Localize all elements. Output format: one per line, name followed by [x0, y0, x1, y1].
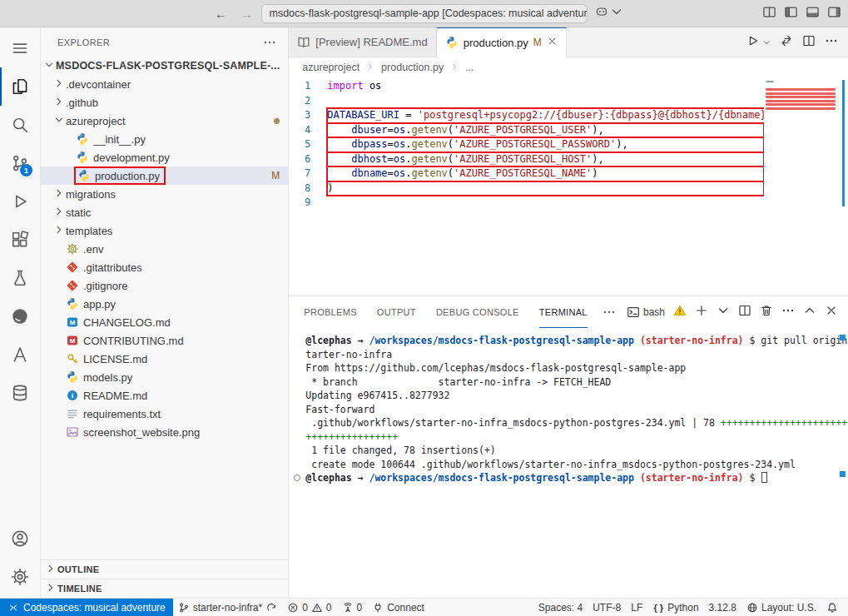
overview-ruler-modified-decoration: [842, 80, 846, 206]
tree-item-.gitattributes[interactable]: .gitattributes: [41, 258, 288, 276]
tree-item-migrations[interactable]: migrations: [41, 185, 288, 203]
command-center[interactable]: msdocs-flask-postgresql-sample-app [Code…: [261, 4, 588, 23]
svg-text:M: M: [70, 337, 76, 345]
tree-item-.env[interactable]: .env: [41, 240, 288, 258]
tree-item-templates[interactable]: templates: [41, 221, 288, 240]
dropdown-icon[interactable]: [610, 5, 623, 22]
tree-item-requirements.txt[interactable]: requirements.txt: [41, 405, 288, 423]
tree-item-development.py[interactable]: development.py: [41, 148, 288, 166]
line-number: 2: [289, 94, 327, 109]
tree-item-.gitignore[interactable]: .gitignore: [41, 276, 288, 295]
panel-tabs-more-icon[interactable]: [603, 306, 616, 319]
history-back-icon[interactable]: ←: [215, 7, 227, 21]
toggle-secondary-sidebar-button[interactable]: [827, 5, 841, 22]
tree-item-msdocs-flask-postgresql-sample-...[interactable]: MSDOCS-FLASK-POSTGRESQL-SAMPLE-...: [41, 57, 288, 75]
tree-item-models.py[interactable]: models.py: [41, 368, 288, 386]
activity-item-database[interactable]: [0, 374, 40, 412]
panel-tab-problems[interactable]: PROBLEMS: [304, 296, 357, 328]
status-remote[interactable]: Codespaces: musical adventure: [0, 599, 173, 616]
copilot-icon[interactable]: [595, 5, 608, 22]
chevron-up-button[interactable]: [803, 304, 816, 320]
breadcrumb-item[interactable]: ...: [465, 62, 474, 73]
status-connect[interactable]: Connect: [367, 599, 429, 616]
dropdown-button[interactable]: [717, 304, 730, 320]
split-editor-button[interactable]: [738, 304, 751, 320]
tree-item-label: .github: [66, 97, 98, 109]
minimap[interactable]: [764, 77, 837, 296]
tree-item-readme.md[interactable]: iREADME.md: [41, 386, 288, 405]
plus-button[interactable]: [695, 304, 708, 320]
split-editor-button[interactable]: [802, 34, 816, 51]
command-decoration[interactable]: [294, 474, 300, 481]
more-actions-button[interactable]: [781, 304, 795, 320]
status-ports[interactable]: 0: [337, 599, 368, 616]
editor-tab-production.py[interactable]: production.pyM: [437, 27, 567, 57]
compare-button[interactable]: [780, 34, 793, 51]
activity-item-extensions[interactable]: [0, 221, 40, 259]
activity-item-explorer[interactable]: [0, 67, 40, 106]
tab-close-button[interactable]: [547, 36, 558, 49]
trash-button[interactable]: [760, 304, 773, 320]
status-keyboard-layout[interactable]: Layout: U.S.: [741, 599, 821, 616]
status-interpreter[interactable]: 3.12.8: [704, 599, 741, 616]
tree-item-app.py[interactable]: app.py: [41, 295, 288, 313]
tree-item-label: CHANGELOG.md: [83, 316, 171, 329]
code-line-8: 8): [289, 181, 764, 196]
status-indentation[interactable]: Spaces: 4: [533, 599, 588, 616]
history-forward-icon[interactable]: →: [241, 7, 253, 21]
toggle-panel-button[interactable]: [806, 5, 820, 22]
tree-item-contributing.md[interactable]: MCONTRIBUTING.md: [41, 331, 288, 350]
image-icon: [66, 425, 79, 439]
activity-item-github[interactable]: [0, 297, 40, 335]
layout-columns-button[interactable]: [762, 5, 776, 22]
tree-item-.devcontainer[interactable]: .devcontainer: [41, 75, 288, 93]
section-outline[interactable]: OUTLINE: [41, 559, 288, 579]
chevron-right-icon: [52, 205, 66, 221]
tree-item-screenshot-website.png[interactable]: screenshot_website.png: [41, 423, 288, 441]
status-encoding[interactable]: UTF-8: [588, 599, 626, 616]
tree-item-.github[interactable]: .github: [41, 93, 288, 112]
editor-tab-preview-readme.md[interactable]: [Preview] README.md: [289, 27, 436, 57]
activity-item-testing[interactable]: [0, 259, 40, 297]
status-notifications[interactable]: [821, 599, 843, 616]
status-problems[interactable]: 00: [282, 599, 336, 616]
dropdown-icon: [717, 304, 730, 317]
panel-tab-debug-console[interactable]: DEBUG CONSOLE: [436, 296, 519, 328]
more-actions-button[interactable]: [825, 34, 838, 51]
activity-item-account[interactable]: [0, 519, 40, 558]
toggle-sidebar-button[interactable]: [784, 5, 798, 22]
tree-item-production.py[interactable]: production.pyM: [41, 166, 288, 185]
panel-tab-output[interactable]: OUTPUT: [377, 296, 416, 328]
activity-item-settings[interactable]: [0, 558, 40, 596]
tab-label: [Preview] README.md: [315, 36, 427, 48]
warning-button[interactable]: [673, 304, 687, 320]
tree-item-static[interactable]: static: [41, 203, 288, 221]
panel-tab-terminal[interactable]: TERMINAL: [539, 296, 588, 328]
status-language[interactable]: { }Python: [647, 599, 703, 616]
explorer-more-actions-icon[interactable]: [263, 36, 276, 49]
run-python-button[interactable]: [746, 34, 759, 51]
activity-item-menu[interactable]: [0, 29, 40, 67]
dropdown-button[interactable]: [768, 35, 771, 50]
activity-item-source-control[interactable]: 1: [0, 144, 40, 182]
tree-item-azureproject[interactable]: azureproject: [41, 112, 288, 130]
activity-item-azure[interactable]: [0, 335, 40, 374]
breadcrumb-item[interactable]: azureproject: [302, 62, 360, 73]
activity-item-search[interactable]: [0, 106, 40, 144]
code-editor[interactable]: 1import os23DATABASE_URI = 'postgresql+p…: [289, 77, 848, 296]
terminal[interactable]: @lcephas → /workspaces/msdocs-flask-post…: [289, 328, 848, 598]
tree-item-init-.py[interactable]: __init__.py: [41, 130, 288, 148]
status-problems-label: 0: [302, 602, 308, 614]
status-eol[interactable]: LF: [626, 599, 647, 616]
explorer-header: EXPLORER: [41, 27, 288, 57]
tree-item-license.md[interactable]: LICENSE.md: [41, 350, 288, 368]
terminal-instance-label[interactable]: bash: [627, 306, 665, 319]
minimap-line: [766, 103, 836, 106]
tree-item-changelog.md[interactable]: MCHANGELOG.md: [41, 313, 288, 331]
breadcrumb-item[interactable]: production.py: [381, 62, 444, 73]
activity-item-run-debug[interactable]: [0, 182, 40, 221]
section-timeline[interactable]: TIMELINE: [41, 579, 288, 598]
close-button[interactable]: [825, 304, 838, 320]
status-branch[interactable]: starter-no-infra*: [173, 599, 282, 616]
dropdown-icon: [610, 5, 623, 18]
